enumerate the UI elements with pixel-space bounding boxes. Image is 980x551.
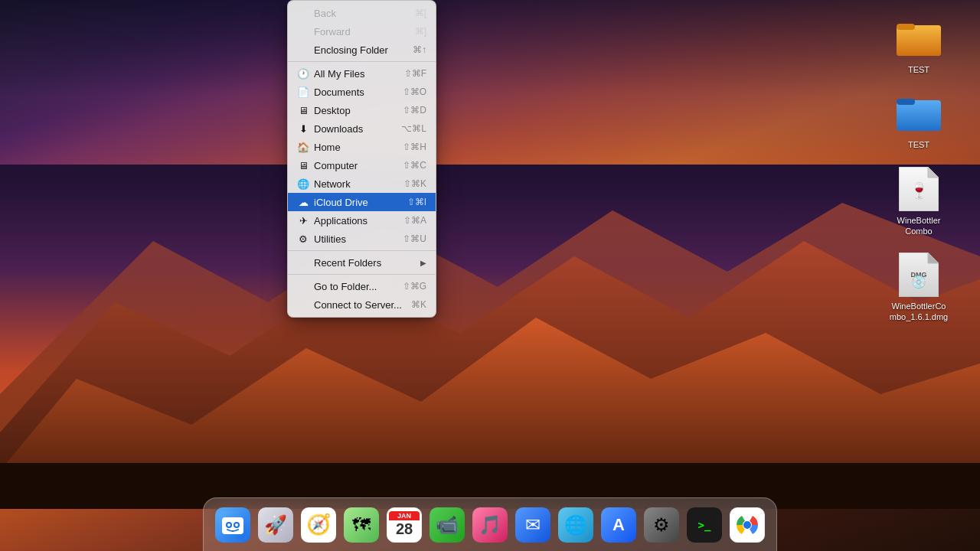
- svg-marker-11: [928, 167, 939, 178]
- network-icon: 🌐: [297, 178, 309, 190]
- desktop-icon: 🖥: [297, 104, 309, 116]
- menu-item-computer-label: 🖥 Computer: [297, 159, 403, 171]
- back-icon: [297, 7, 309, 19]
- utilities-icon: ⚙: [297, 233, 309, 245]
- menu-item-downloads[interactable]: ⬇ Downloads ⌥⌘L: [288, 119, 436, 138]
- appstore-icon: A: [601, 507, 636, 543]
- menu-item-computer[interactable]: 🖥 Computer ⇧⌘C: [288, 156, 436, 174]
- svg-marker-14: [928, 253, 939, 263]
- recent-folders-icon: [297, 256, 309, 269]
- menu-item-documents-shortcut: ⇧⌘O: [403, 86, 426, 97]
- svg-text:💿: 💿: [911, 275, 926, 289]
- dock: 🚀 🧭 🗺 JAN 28 📹: [203, 497, 777, 551]
- dock-item-safari[interactable]: 🧭: [299, 505, 338, 545]
- dmg-file-icon: DMG 💿: [899, 253, 939, 297]
- menu-divider-3: [288, 274, 436, 275]
- dock-item-calendar[interactable]: JAN 28: [384, 505, 424, 545]
- menu-item-desktop[interactable]: 🖥 Desktop ⇧⌘D: [288, 101, 436, 119]
- menu-item-recent-folders[interactable]: Recent Folders ▶: [288, 253, 436, 272]
- menu-item-back-shortcut: ⌘[: [415, 8, 426, 18]
- dock-item-finder[interactable]: [213, 505, 253, 545]
- forward-icon: [297, 25, 309, 37]
- folder-icon-blue-container: [896, 90, 942, 136]
- menu-item-enclosing-folder-shortcut: ⌘↑: [413, 44, 426, 55]
- menu-item-home[interactable]: 🏠 Home ⇧⌘H: [288, 138, 436, 156]
- dock-item-itunes[interactable]: 🎵: [470, 505, 510, 545]
- menu-item-all-my-files-shortcut: ⇧⌘F: [404, 68, 426, 79]
- downloads-icon: ⬇: [297, 122, 309, 135]
- menu-item-go-to-folder[interactable]: Go to Folder... ⇧⌘G: [288, 277, 436, 295]
- applications-icon: ✈: [297, 214, 309, 227]
- menu-item-applications[interactable]: ✈ Applications ⇧⌘A: [288, 211, 436, 230]
- menu-item-documents[interactable]: 📄 Documents ⇧⌘O: [288, 83, 436, 101]
- desktop-icon-test-blue[interactable]: TEST: [888, 90, 949, 150]
- menu-item-network-label: 🌐 Network: [297, 178, 403, 190]
- context-menu: Back ⌘[ Forward ⌘] Enclosing Folder ⌘↑: [287, 0, 436, 318]
- menu-item-connect-to-server-shortcut: ⌘K: [411, 299, 426, 310]
- dock-item-terminal[interactable]: >_: [684, 505, 724, 545]
- terminal-icon: >_: [687, 507, 722, 543]
- mail-icon: ✉: [515, 507, 550, 543]
- desktop-icons: TEST TEST: [888, 15, 949, 323]
- menu-item-applications-shortcut: ⇧⌘A: [403, 215, 426, 226]
- connect-to-server-icon: [297, 298, 309, 311]
- desktop: TEST TEST: [0, 0, 980, 551]
- menu-item-network-shortcut: ⇧⌘K: [403, 178, 426, 189]
- go-to-folder-icon: [297, 280, 309, 292]
- enclosing-folder-icon: [297, 44, 309, 56]
- menu-item-enclosing-folder[interactable]: Enclosing Folder ⌘↑: [288, 41, 436, 59]
- dock-item-mail[interactable]: ✉: [513, 505, 553, 545]
- svg-point-22: [235, 523, 238, 527]
- menu-item-downloads-label: ⬇ Downloads: [297, 122, 401, 135]
- svg-rect-9: [897, 99, 915, 105]
- dock-item-launchpad[interactable]: 🚀: [256, 505, 296, 545]
- dock-item-appstore[interactable]: A: [599, 505, 639, 545]
- menu-divider-2: [288, 250, 436, 251]
- desktop-icon-test-orange[interactable]: TEST: [888, 15, 949, 75]
- desktop-icon-winebottler-combo[interactable]: 🍷 WineBottler Combo: [888, 166, 949, 237]
- menu-item-all-my-files[interactable]: 🕐 All My Files ⇧⌘F: [288, 64, 436, 83]
- dock-item-facetime[interactable]: 📹: [427, 505, 467, 545]
- dock-item-globe[interactable]: 🌐: [556, 505, 596, 545]
- safari-icon: 🧭: [301, 507, 336, 543]
- menu-divider-1: [288, 61, 436, 62]
- menu-item-icloud-drive[interactable]: ☁ iCloud Drive ⇧⌘I: [288, 193, 436, 211]
- folder-icon-orange-container: [896, 15, 942, 61]
- menu-item-documents-label: 📄 Documents: [297, 86, 403, 98]
- icloud-drive-icon: ☁: [297, 196, 309, 208]
- menu-item-connect-to-server[interactable]: Connect to Server... ⌘K: [288, 295, 436, 314]
- finder-icon: [215, 507, 250, 543]
- menu-item-computer-shortcut: ⇧⌘C: [403, 160, 426, 171]
- itunes-icon: 🎵: [472, 507, 508, 543]
- menu-item-applications-label: ✈ Applications: [297, 214, 403, 227]
- menu-item-icloud-drive-shortcut: ⇧⌘I: [407, 197, 426, 207]
- facetime-icon: 📹: [430, 507, 465, 543]
- menu-item-home-label: 🏠 Home: [297, 141, 403, 153]
- menu-item-connect-to-server-label: Connect to Server...: [297, 298, 411, 311]
- svg-text:🍷: 🍷: [910, 181, 929, 200]
- menu-item-home-shortcut: ⇧⌘H: [403, 142, 426, 152]
- menu-item-forward[interactable]: Forward ⌘]: [288, 22, 436, 41]
- folder-blue-icon: [897, 94, 941, 132]
- desktop-icon-label-winebottler-dmg: WineBottlerCombo_1.6.1.dmg: [888, 301, 949, 323]
- desktop-icon-label-test-blue: TEST: [908, 139, 929, 150]
- menu-item-network[interactable]: 🌐 Network ⇧⌘K: [288, 174, 436, 193]
- dock-item-system-prefs[interactable]: ⚙: [642, 505, 681, 545]
- chrome-icon: [730, 507, 765, 543]
- svg-point-25: [743, 521, 751, 529]
- launchpad-icon: 🚀: [258, 507, 293, 543]
- recent-folders-arrow: ▶: [420, 259, 426, 267]
- menu-item-back-label: Back: [297, 7, 415, 19]
- home-icon: 🏠: [297, 141, 309, 153]
- dock-item-maps[interactable]: 🗺: [341, 505, 381, 545]
- documents-icon: 📄: [297, 86, 309, 98]
- svg-rect-7: [897, 24, 915, 30]
- dock-item-chrome[interactable]: [727, 505, 767, 545]
- menu-item-utilities-label: ⚙ Utilities: [297, 233, 403, 245]
- all-my-files-icon: 🕐: [297, 67, 309, 80]
- menu-item-utilities[interactable]: ⚙ Utilities ⇧⌘U: [288, 230, 436, 248]
- menu-item-desktop-label: 🖥 Desktop: [297, 104, 403, 116]
- desktop-icon-winebottler-dmg[interactable]: DMG 💿 WineBottlerCombo_1.6.1.dmg: [888, 252, 949, 323]
- menu-item-back[interactable]: Back ⌘[: [288, 4, 436, 22]
- menu-item-utilities-shortcut: ⇧⌘U: [403, 233, 426, 244]
